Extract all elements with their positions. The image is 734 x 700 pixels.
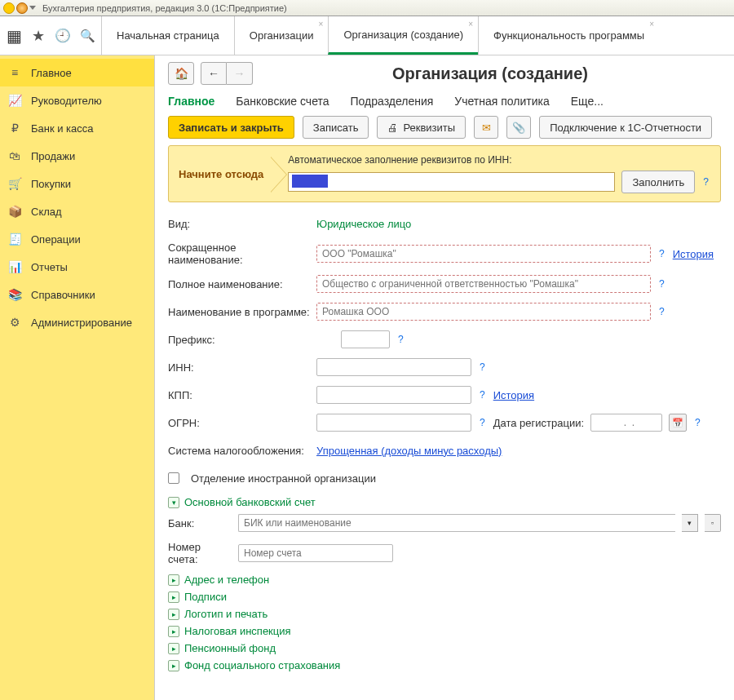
chevron-right-icon — [168, 609, 179, 620]
input-regdate[interactable] — [590, 414, 662, 432]
label-prog-name: Наименование в программе: — [168, 306, 310, 318]
button-label: Записать — [313, 122, 359, 134]
group-label: Фонд социального страхования — [184, 659, 340, 671]
close-icon[interactable]: × — [649, 20, 654, 29]
connect-1c-reporting-button[interactable]: Подключение к 1С-Отчетности — [539, 116, 712, 139]
calendar-button[interactable]: 📅 — [669, 414, 687, 432]
input-prefix[interactable] — [341, 330, 390, 348]
input-ogrn[interactable] — [316, 414, 471, 432]
sidebar-item-sales[interactable]: 🛍Продажи — [0, 142, 154, 170]
sidebar-item-operations[interactable]: 🧾Операции — [0, 225, 154, 253]
search-icon[interactable] — [80, 29, 95, 43]
close-icon[interactable]: × — [319, 20, 324, 29]
section-tab-departments[interactable]: Подразделения — [351, 95, 434, 108]
row-kpp: КПП: ? История — [168, 385, 721, 405]
input-full-name[interactable] — [316, 275, 651, 293]
sidebar-item-purchases[interactable]: 🛒Покупки — [0, 170, 154, 197]
label-kpp: КПП: — [168, 389, 310, 401]
home-button[interactable]: 🏠 — [168, 62, 194, 85]
section-tab-bank-accounts[interactable]: Банковские счета — [236, 95, 329, 108]
row-foreign-branch: Отделение иностранной организации — [168, 468, 721, 488]
help-icon[interactable]: ? — [701, 176, 710, 188]
input-short-name[interactable] — [316, 245, 651, 263]
history-link[interactable]: История — [493, 389, 534, 401]
row-account-number: Номер счета: — [168, 541, 721, 565]
operation-icon: 🧾 — [8, 233, 21, 246]
save-button[interactable]: Записать — [303, 116, 369, 139]
section-tab-more[interactable]: Еще... — [571, 95, 604, 108]
top-toolbar: Начальная страница Организации× Организа… — [0, 16, 734, 55]
group-label: Основной банковский счет — [184, 496, 316, 508]
open-picker-button[interactable]: ▫ — [705, 514, 721, 532]
sidebar-item-label: Администрирование — [31, 317, 132, 329]
sidebar-item-references[interactable]: 📚Справочники — [0, 281, 154, 308]
help-icon[interactable]: ? — [478, 389, 487, 401]
forward-button[interactable]: → — [227, 62, 253, 85]
row-ogrn: ОГРН: ? Дата регистрации: 📅 ? — [168, 413, 721, 432]
section-tab-main[interactable]: Главное — [168, 95, 214, 108]
group-social-insurance-fund[interactable]: Фонд социального страхования — [168, 659, 721, 671]
group-address-phone[interactable]: Адрес и телефон — [168, 574, 721, 586]
section-tabs: Главное Банковские счета Подразделения У… — [168, 95, 721, 108]
help-icon[interactable]: ? — [657, 306, 666, 317]
input-account-number[interactable] — [238, 544, 393, 562]
history-link[interactable]: История — [673, 248, 714, 260]
tab-organizations[interactable]: Организации× — [234, 16, 329, 55]
app-dropdown-icon[interactable] — [16, 2, 28, 14]
input-kpp[interactable] — [316, 386, 471, 404]
input-prog-name[interactable] — [316, 303, 651, 321]
chevron-down-icon[interactable] — [29, 6, 36, 10]
start-here-label: Начните отсюда — [179, 168, 278, 180]
sidebar-item-manager[interactable]: 📈Руководителю — [0, 86, 154, 114]
sidebar: ≡Главное 📈Руководителю ₽Банк и касса 🛍Пр… — [0, 55, 155, 700]
group-bank-account[interactable]: Основной банковский счет — [168, 496, 721, 508]
group-signatures[interactable]: Подписи — [168, 591, 721, 603]
help-icon[interactable]: ? — [478, 417, 487, 428]
favorites-icon[interactable] — [31, 29, 46, 43]
help-icon[interactable]: ? — [396, 334, 405, 345]
input-inn[interactable] — [316, 358, 471, 376]
label-bank: Банк: — [168, 517, 232, 529]
dropdown-button[interactable]: ▾ — [682, 514, 698, 532]
tab-organization-create[interactable]: Организация (создание)× — [328, 16, 478, 55]
sidebar-item-main[interactable]: ≡Главное — [0, 59, 154, 86]
sidebar-item-stock[interactable]: 📦Склад — [0, 197, 154, 225]
attach-button[interactable]: 📎 — [506, 116, 531, 139]
chevron-down-icon — [168, 497, 179, 508]
top-actions — [0, 16, 101, 55]
start-inner: Автоматическое заполнение реквизитов по … — [288, 154, 710, 193]
tab-start-page[interactable]: Начальная страница — [101, 16, 234, 55]
inn-autofill-input[interactable] — [288, 172, 615, 192]
sidebar-item-label: Склад — [31, 206, 62, 218]
help-icon[interactable]: ? — [657, 248, 666, 259]
group-pension-fund[interactable]: Пенсионный фонд — [168, 642, 721, 654]
bar-chart-icon: 📊 — [8, 260, 21, 273]
label-prefix: Префикс: — [168, 334, 334, 346]
close-icon[interactable]: × — [468, 20, 473, 29]
requisites-button[interactable]: 🖨Реквизиты — [377, 116, 466, 139]
mail-button[interactable]: ✉ — [474, 116, 498, 139]
sidebar-item-reports[interactable]: 📊Отчеты — [0, 253, 154, 281]
help-icon[interactable]: ? — [657, 278, 666, 290]
tax-system-link[interactable]: Упрощенная (доходы минус расходы) — [316, 445, 502, 457]
nav-row: 🏠 ← → Организация (создание) — [168, 62, 721, 85]
inn-row: Заполнить ? — [288, 171, 710, 193]
tab-functionality[interactable]: Функциональность программы× — [478, 16, 659, 55]
fill-button[interactable]: Заполнить — [621, 171, 695, 193]
group-tax-inspection[interactable]: Налоговая инспекция — [168, 625, 721, 637]
checkbox-foreign-branch[interactable] — [168, 472, 179, 484]
history-icon[interactable] — [55, 29, 70, 43]
label-account-number: Номер счета: — [168, 541, 232, 565]
label-full-name: Полное наименование: — [168, 278, 310, 290]
help-icon[interactable]: ? — [693, 417, 702, 428]
save-and-close-button[interactable]: Записать и закрыть — [168, 116, 294, 139]
apps-grid-icon[interactable] — [7, 29, 21, 43]
help-icon[interactable]: ? — [478, 361, 487, 373]
sidebar-item-bank[interactable]: ₽Банк и касса — [0, 114, 154, 142]
sidebar-item-admin[interactable]: ⚙Администрирование — [0, 308, 154, 336]
book-icon: 📚 — [8, 288, 21, 301]
group-logo-seal[interactable]: Логотип и печать — [168, 608, 721, 620]
input-bank[interactable] — [238, 514, 675, 532]
back-button[interactable]: ← — [201, 62, 227, 85]
section-tab-accounting-policy[interactable]: Учетная политика — [454, 95, 549, 108]
